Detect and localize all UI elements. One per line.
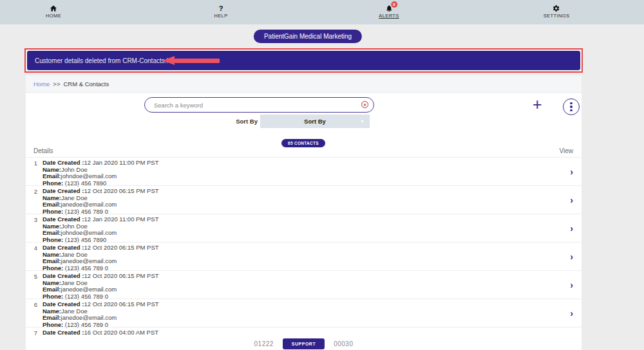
row-number: 3 (26, 216, 37, 242)
nav-settings-label: SETTINGS (544, 13, 570, 19)
help-icon: ? (219, 4, 223, 12)
nav-help[interactable]: ? HELP (214, 4, 227, 19)
contact-row[interactable]: 6 Date Created :12 Oct 2020 06:15 PM PST… (26, 299, 582, 327)
footer-bar: 01222 SUPPORT 00030 (26, 337, 582, 350)
breadcrumb: Home >> CRM & Contacts (26, 75, 582, 93)
notification-banner: Customer details deleted from CRM-Contac… (27, 51, 580, 70)
home-icon (50, 4, 57, 12)
contacts-list: 1 Date Created :12 Jan 2020 11:00 PM PST… (26, 157, 582, 350)
sort-by-dropdown[interactable]: Sort By ▼ (260, 115, 370, 128)
contact-details: Date Created :12 Oct 2020 06:15 PM PST N… (43, 273, 582, 299)
row-number: 1 (26, 160, 37, 185)
chevron-right-icon[interactable]: › (570, 252, 573, 262)
contact-row[interactable]: 2 Date Created :12 Oct 2020 06:15 PM PST… (26, 185, 582, 214)
annotation-arrow-icon (163, 56, 220, 65)
add-contact-icon[interactable]: + (533, 97, 542, 113)
row-number: 5 (26, 273, 37, 299)
row-number: 4 (26, 244, 37, 270)
chevron-down-icon: ▼ (360, 119, 365, 124)
sort-by-value: Sort By (304, 118, 326, 125)
contact-row[interactable]: 1 Date Created :12 Jan 2020 11:00 PM PST… (26, 157, 582, 185)
support-button[interactable]: SUPPORT (283, 338, 325, 349)
chevron-right-icon[interactable]: › (570, 195, 573, 205)
contact-row[interactable]: 5 Date Created :12 Oct 2020 06:15 PM PST… (26, 270, 582, 299)
chevron-right-icon[interactable]: › (570, 280, 573, 290)
contact-details: Date Created :12 Oct 2020 06:15 PM PST N… (43, 188, 582, 214)
footer-right-value: 00030 (334, 340, 353, 347)
contact-row[interactable]: 4 Date Created :12 Oct 2020 06:15 PM PST… (26, 242, 582, 270)
content-card: Home >> CRM & Contacts ✕ + Sort By Sort … (26, 75, 582, 350)
bell-icon: 0 (385, 4, 393, 12)
gear-icon (553, 4, 560, 12)
nav-home[interactable]: HOME (46, 4, 61, 19)
row-number: 2 (26, 188, 37, 214)
contact-details: Date Created :12 Oct 2020 06:15 PM PST N… (43, 244, 582, 270)
search-input[interactable] (144, 97, 374, 113)
contact-details: Date Created :12 Jan 2020 11:00 PM PST N… (43, 216, 582, 242)
nav-settings[interactable]: SETTINGS (544, 4, 570, 19)
chevron-right-icon[interactable]: › (570, 223, 573, 234)
contact-row[interactable]: 3 Date Created :12 Jan 2020 11:00 PM PST… (26, 214, 582, 242)
contacts-count-badge: 65 CONTACTS (281, 139, 325, 147)
contact-details: Date Created :12 Oct 2020 06:15 PM PST N… (43, 301, 582, 327)
footer-left-value: 01222 (254, 340, 274, 347)
nav-alerts[interactable]: 0 ALERTS (379, 4, 399, 19)
breadcrumb-home-link[interactable]: Home (33, 80, 50, 88)
sort-by-label: Sort By (225, 118, 258, 125)
chevron-right-icon[interactable]: › (570, 167, 573, 177)
nav-alerts-label: ALERTS (379, 13, 399, 19)
notification-annotation-box: Customer details deleted from CRM-Contac… (24, 48, 583, 73)
top-navigation-bar: HOME ? HELP 0 ALERTS SETTINGS (0, 0, 644, 24)
nav-help-label: HELP (214, 13, 227, 19)
view-column-header: View (560, 147, 574, 154)
row-number: 6 (26, 301, 37, 327)
app-title-badge: PatientGain Medical Marketing (254, 30, 362, 43)
breadcrumb-separator: >> (53, 80, 60, 88)
alerts-count-badge: 0 (391, 1, 397, 8)
more-options-icon[interactable] (563, 98, 580, 115)
contact-details: Date Created :12 Jan 2020 11:00 PM PST N… (43, 160, 582, 185)
breadcrumb-current: CRM & Contacts (63, 80, 109, 88)
chevron-right-icon[interactable]: › (570, 308, 573, 318)
search-clear-icon[interactable]: ✕ (361, 101, 368, 108)
details-column-header: Details (33, 147, 53, 154)
nav-home-label: HOME (46, 13, 61, 19)
notification-message: Customer details deleted from CRM-Contac… (35, 57, 168, 64)
